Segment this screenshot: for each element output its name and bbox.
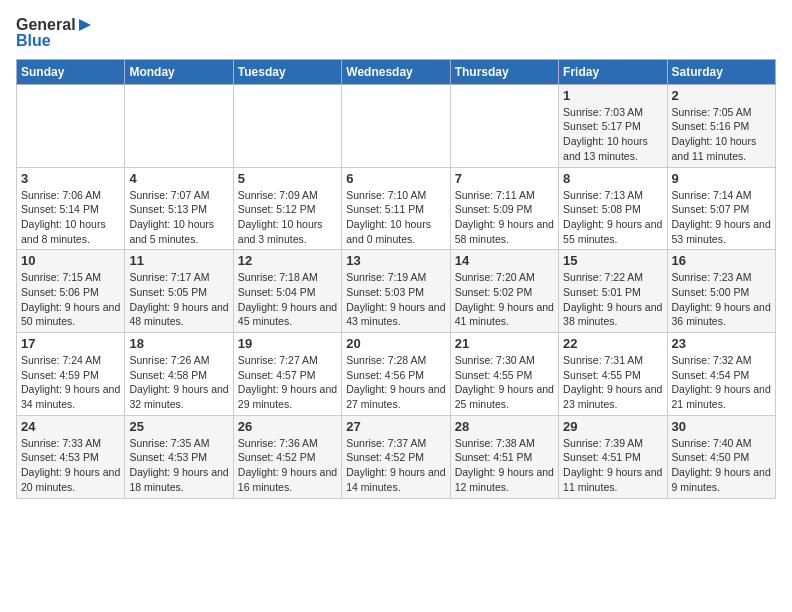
day-number: 26	[238, 419, 337, 434]
day-number: 10	[21, 253, 120, 268]
day-cell: 11Sunrise: 7:17 AM Sunset: 5:05 PM Dayli…	[125, 250, 233, 333]
day-cell: 17Sunrise: 7:24 AM Sunset: 4:59 PM Dayli…	[17, 333, 125, 416]
day-info: Sunrise: 7:03 AM Sunset: 5:17 PM Dayligh…	[563, 105, 662, 164]
day-info: Sunrise: 7:39 AM Sunset: 4:51 PM Dayligh…	[563, 436, 662, 495]
week-row-1: 1Sunrise: 7:03 AM Sunset: 5:17 PM Daylig…	[17, 84, 776, 167]
day-info: Sunrise: 7:20 AM Sunset: 5:02 PM Dayligh…	[455, 270, 554, 329]
day-info: Sunrise: 7:18 AM Sunset: 5:04 PM Dayligh…	[238, 270, 337, 329]
day-cell	[17, 84, 125, 167]
day-info: Sunrise: 7:06 AM Sunset: 5:14 PM Dayligh…	[21, 188, 120, 247]
logo-container: General Blue	[16, 16, 93, 51]
day-number: 28	[455, 419, 554, 434]
page-header: General Blue	[16, 16, 776, 51]
day-info: Sunrise: 7:37 AM Sunset: 4:52 PM Dayligh…	[346, 436, 445, 495]
day-info: Sunrise: 7:33 AM Sunset: 4:53 PM Dayligh…	[21, 436, 120, 495]
day-number: 23	[672, 336, 771, 351]
day-cell: 24Sunrise: 7:33 AM Sunset: 4:53 PM Dayli…	[17, 415, 125, 498]
day-number: 21	[455, 336, 554, 351]
day-info: Sunrise: 7:36 AM Sunset: 4:52 PM Dayligh…	[238, 436, 337, 495]
day-cell: 30Sunrise: 7:40 AM Sunset: 4:50 PM Dayli…	[667, 415, 775, 498]
col-header-sunday: Sunday	[17, 59, 125, 84]
day-cell: 21Sunrise: 7:30 AM Sunset: 4:55 PM Dayli…	[450, 333, 558, 416]
day-info: Sunrise: 7:27 AM Sunset: 4:57 PM Dayligh…	[238, 353, 337, 412]
day-number: 20	[346, 336, 445, 351]
day-info: Sunrise: 7:23 AM Sunset: 5:00 PM Dayligh…	[672, 270, 771, 329]
day-number: 8	[563, 171, 662, 186]
day-cell: 26Sunrise: 7:36 AM Sunset: 4:52 PM Dayli…	[233, 415, 341, 498]
header-row: SundayMondayTuesdayWednesdayThursdayFrid…	[17, 59, 776, 84]
day-cell: 29Sunrise: 7:39 AM Sunset: 4:51 PM Dayli…	[559, 415, 667, 498]
day-cell: 25Sunrise: 7:35 AM Sunset: 4:53 PM Dayli…	[125, 415, 233, 498]
day-info: Sunrise: 7:09 AM Sunset: 5:12 PM Dayligh…	[238, 188, 337, 247]
day-cell: 28Sunrise: 7:38 AM Sunset: 4:51 PM Dayli…	[450, 415, 558, 498]
logo-arrow-icon	[77, 17, 93, 33]
day-info: Sunrise: 7:32 AM Sunset: 4:54 PM Dayligh…	[672, 353, 771, 412]
day-cell	[342, 84, 450, 167]
day-number: 11	[129, 253, 228, 268]
day-info: Sunrise: 7:19 AM Sunset: 5:03 PM Dayligh…	[346, 270, 445, 329]
day-info: Sunrise: 7:35 AM Sunset: 4:53 PM Dayligh…	[129, 436, 228, 495]
day-info: Sunrise: 7:31 AM Sunset: 4:55 PM Dayligh…	[563, 353, 662, 412]
day-number: 9	[672, 171, 771, 186]
week-row-5: 24Sunrise: 7:33 AM Sunset: 4:53 PM Dayli…	[17, 415, 776, 498]
day-info: Sunrise: 7:13 AM Sunset: 5:08 PM Dayligh…	[563, 188, 662, 247]
col-header-monday: Monday	[125, 59, 233, 84]
day-info: Sunrise: 7:30 AM Sunset: 4:55 PM Dayligh…	[455, 353, 554, 412]
day-number: 24	[21, 419, 120, 434]
day-cell: 1Sunrise: 7:03 AM Sunset: 5:17 PM Daylig…	[559, 84, 667, 167]
day-info: Sunrise: 7:22 AM Sunset: 5:01 PM Dayligh…	[563, 270, 662, 329]
logo: General Blue	[16, 16, 93, 51]
day-cell: 22Sunrise: 7:31 AM Sunset: 4:55 PM Dayli…	[559, 333, 667, 416]
day-number: 2	[672, 88, 771, 103]
day-info: Sunrise: 7:10 AM Sunset: 5:11 PM Dayligh…	[346, 188, 445, 247]
day-number: 18	[129, 336, 228, 351]
day-cell: 15Sunrise: 7:22 AM Sunset: 5:01 PM Dayli…	[559, 250, 667, 333]
svg-marker-0	[79, 19, 91, 31]
day-cell: 16Sunrise: 7:23 AM Sunset: 5:00 PM Dayli…	[667, 250, 775, 333]
col-header-saturday: Saturday	[667, 59, 775, 84]
day-cell: 8Sunrise: 7:13 AM Sunset: 5:08 PM Daylig…	[559, 167, 667, 250]
day-number: 22	[563, 336, 662, 351]
day-info: Sunrise: 7:17 AM Sunset: 5:05 PM Dayligh…	[129, 270, 228, 329]
day-number: 3	[21, 171, 120, 186]
day-cell: 27Sunrise: 7:37 AM Sunset: 4:52 PM Dayli…	[342, 415, 450, 498]
day-number: 7	[455, 171, 554, 186]
day-cell: 18Sunrise: 7:26 AM Sunset: 4:58 PM Dayli…	[125, 333, 233, 416]
day-number: 19	[238, 336, 337, 351]
day-cell: 9Sunrise: 7:14 AM Sunset: 5:07 PM Daylig…	[667, 167, 775, 250]
day-number: 15	[563, 253, 662, 268]
day-number: 4	[129, 171, 228, 186]
day-cell: 10Sunrise: 7:15 AM Sunset: 5:06 PM Dayli…	[17, 250, 125, 333]
day-number: 16	[672, 253, 771, 268]
day-number: 5	[238, 171, 337, 186]
day-info: Sunrise: 7:07 AM Sunset: 5:13 PM Dayligh…	[129, 188, 228, 247]
day-info: Sunrise: 7:38 AM Sunset: 4:51 PM Dayligh…	[455, 436, 554, 495]
day-cell: 7Sunrise: 7:11 AM Sunset: 5:09 PM Daylig…	[450, 167, 558, 250]
day-cell: 4Sunrise: 7:07 AM Sunset: 5:13 PM Daylig…	[125, 167, 233, 250]
day-number: 13	[346, 253, 445, 268]
day-number: 25	[129, 419, 228, 434]
day-cell	[233, 84, 341, 167]
day-cell: 19Sunrise: 7:27 AM Sunset: 4:57 PM Dayli…	[233, 333, 341, 416]
day-cell: 6Sunrise: 7:10 AM Sunset: 5:11 PM Daylig…	[342, 167, 450, 250]
week-row-3: 10Sunrise: 7:15 AM Sunset: 5:06 PM Dayli…	[17, 250, 776, 333]
week-row-2: 3Sunrise: 7:06 AM Sunset: 5:14 PM Daylig…	[17, 167, 776, 250]
day-cell: 13Sunrise: 7:19 AM Sunset: 5:03 PM Dayli…	[342, 250, 450, 333]
day-cell: 3Sunrise: 7:06 AM Sunset: 5:14 PM Daylig…	[17, 167, 125, 250]
col-header-friday: Friday	[559, 59, 667, 84]
day-number: 6	[346, 171, 445, 186]
col-header-wednesday: Wednesday	[342, 59, 450, 84]
day-number: 14	[455, 253, 554, 268]
day-number: 12	[238, 253, 337, 268]
day-info: Sunrise: 7:15 AM Sunset: 5:06 PM Dayligh…	[21, 270, 120, 329]
day-info: Sunrise: 7:05 AM Sunset: 5:16 PM Dayligh…	[672, 105, 771, 164]
col-header-tuesday: Tuesday	[233, 59, 341, 84]
day-cell	[125, 84, 233, 167]
day-info: Sunrise: 7:26 AM Sunset: 4:58 PM Dayligh…	[129, 353, 228, 412]
calendar-table: SundayMondayTuesdayWednesdayThursdayFrid…	[16, 59, 776, 499]
day-number: 29	[563, 419, 662, 434]
day-info: Sunrise: 7:11 AM Sunset: 5:09 PM Dayligh…	[455, 188, 554, 247]
day-number: 1	[563, 88, 662, 103]
day-info: Sunrise: 7:40 AM Sunset: 4:50 PM Dayligh…	[672, 436, 771, 495]
day-number: 17	[21, 336, 120, 351]
